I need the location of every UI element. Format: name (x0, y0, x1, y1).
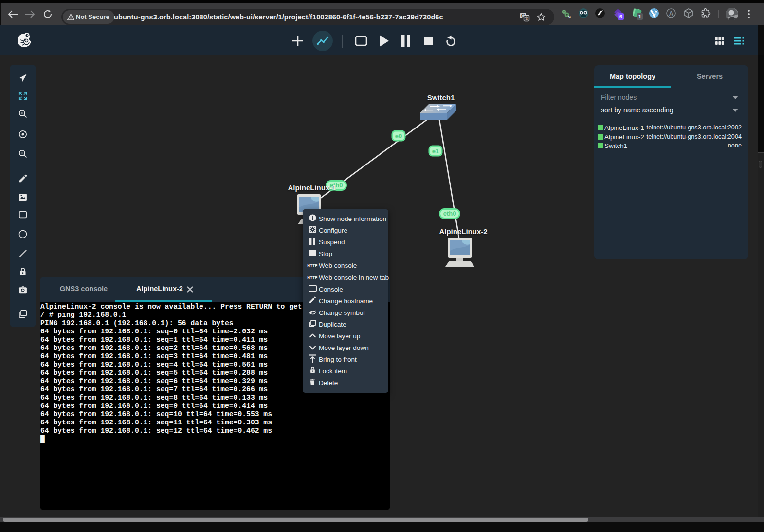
svg-text:1: 1 (638, 14, 641, 19)
svg-text:A: A (669, 10, 673, 17)
svg-text:文: 文 (525, 16, 529, 21)
svg-text:6: 6 (619, 14, 622, 19)
svg-text:s: s (568, 14, 571, 19)
